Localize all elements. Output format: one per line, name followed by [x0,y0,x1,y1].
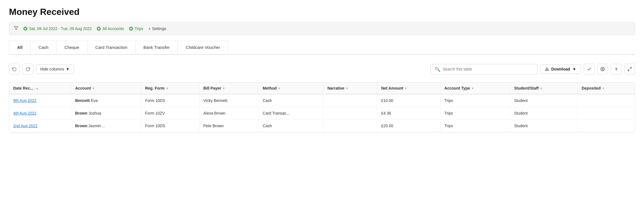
date-range-filter[interactable]: Sat, 09 Jul 2022 - Tue, 09 Aug 2022 [23,26,92,31]
cell-bill-payer-1: Alexa Brown [199,107,258,120]
cell-account-type-1: Trips [440,107,510,120]
col-reg-form[interactable]: Reg. Form ▼ [141,83,199,94]
checkmark-button[interactable] [584,64,595,74]
col-student-staff-label: Student/Staff [514,86,539,90]
col-deposited[interactable]: Deposited ▼ [578,83,635,94]
cell-reg-form-1: Form 10ZV [141,107,199,120]
account-rest-0: Eva [91,98,98,103]
toolbar: Hide columns ▼ 🔍 Download ▼ [9,60,635,78]
svg-line-7 [628,69,629,71]
settings-label: Settings [152,26,166,31]
cell-account-0: Bennett Eva [71,94,141,107]
all-accounts-filter[interactable]: All Accounts [97,26,124,31]
money-received-table: Date Rec... ↓▲ Account ▼ Reg. Form [9,83,635,132]
tab-bank-transfer[interactable]: Bank Transfer [135,41,178,54]
col-date-label: Date Rec... [13,86,33,90]
settings-button[interactable] [597,64,608,74]
svg-line-6 [630,67,631,69]
hide-columns-label: Hide columns [40,67,64,71]
help-button[interactable]: ? [611,64,622,74]
col-bill-payer[interactable]: Bill Payer ▼ [199,83,258,94]
cell-deposited-1 [578,107,635,120]
undo-button[interactable] [9,64,20,74]
tab-cash[interactable]: Cash [30,41,57,54]
account-bold-0: Bennett [75,98,90,103]
col-account-label: Account [75,86,91,90]
account-rest-1: Joshua [89,111,101,115]
cell-account-type-0: Trips [440,94,510,107]
svg-point-1 [24,28,26,29]
cell-narrative-1 [323,107,377,120]
download-label: Download [551,67,570,71]
cell-net-amount-2: £20.00 [377,120,440,132]
account-bold-1: Brown [75,111,87,115]
tab-childcare-voucher[interactable]: Childcare Voucher [177,41,228,54]
help-icon: ? [615,67,617,72]
col-date-sort-icon: ↓▲ [35,87,39,90]
date-link-1[interactable]: 4th Aug 2022 [13,111,37,115]
table-header-row: Date Rec... ↓▲ Account ▼ Reg. Form [9,83,635,94]
cell-net-amount-1: £4.36 [377,107,440,120]
download-chevron-icon: ▼ [572,67,576,71]
filter-icon [14,26,18,31]
accounts-dot [97,27,101,31]
cell-account-1: Brown Joshua [71,107,141,120]
date-link-0[interactable]: 9th Aug 2022 [13,98,37,103]
col-reg-form-sort-icon: ▼ [166,87,168,90]
search-input[interactable] [443,67,533,71]
date-dot [23,27,27,31]
col-bill-payer-sort-icon: ▼ [222,87,225,90]
cell-bill-payer-0: Vicky Bennett [199,94,258,107]
col-net-amount-sort-icon: ▼ [404,87,407,90]
col-net-amount[interactable]: Net Amount ▼ [377,83,440,94]
trips-filter[interactable]: Trips [129,26,143,31]
cell-date-0[interactable]: 9th Aug 2022 [9,94,71,107]
col-student-staff[interactable]: Student/Staff ▼ [510,83,578,94]
cell-account-type-2: Trips [440,120,510,132]
filter-bar: Sat, 09 Jul 2022 - Tue, 09 Aug 2022 All … [9,22,635,35]
redo-button[interactable] [22,64,33,74]
col-account-sort-icon: ▼ [92,87,95,90]
col-account[interactable]: Account ▼ [71,83,141,94]
page-container: Money Received Sat, 09 Jul 2022 - Tue, 0… [0,0,644,139]
hide-columns-chevron-icon: ▼ [66,67,70,71]
cell-method-0: Cash [259,94,323,107]
tabs-container: All Cash Cheque Card Transaction Bank Tr… [9,41,635,55]
col-deposited-label: Deposited [582,86,601,90]
col-date[interactable]: Date Rec... ↓▲ [9,83,71,94]
download-button[interactable]: Download ▼ [540,64,581,74]
cell-bill-payer-2: Pete Brown [199,120,258,132]
cell-date-1[interactable]: 4th Aug 2022 [9,107,71,120]
cell-reg-form-2: Form 10DS [141,120,199,132]
col-account-type[interactable]: Account Type ▼ [440,83,510,94]
cell-method-1: Card Transac... [259,107,323,120]
hide-columns-button[interactable]: Hide columns ▼ [36,64,74,74]
date-range-label: Sat, 09 Jul 2022 - Tue, 09 Aug 2022 [29,26,92,31]
search-container: 🔍 [431,64,537,74]
all-accounts-label: All Accounts [102,26,124,31]
account-bold-2: Brown [75,124,87,128]
table-row: 2nd Aug 2022 Brown Jasmin… Form 10DS Pet… [9,120,635,132]
cell-date-2[interactable]: 2nd Aug 2022 [9,120,71,132]
col-narrative-label: Narrative [327,86,344,90]
cell-narrative-2 [323,120,377,132]
tab-all[interactable]: All [9,41,31,54]
table-row: 9th Aug 2022 Bennett Eva Form 10DS Vicky… [9,94,635,107]
col-net-amount-label: Net Amount [381,86,403,90]
svg-point-2 [98,28,100,29]
trips-label: Trips [135,26,143,31]
col-narrative[interactable]: Narrative ▼ [323,83,377,94]
svg-marker-0 [14,26,18,30]
col-method-sort-icon: ▼ [278,87,281,90]
col-method[interactable]: Method ▼ [259,83,323,94]
settings-filter[interactable]: + Settings [148,26,166,31]
table-container: Date Rec... ↓▲ Account ▼ Reg. Form [9,82,635,133]
svg-point-5 [602,69,603,70]
expand-button[interactable] [624,64,635,74]
trips-dot [129,27,133,31]
date-link-2[interactable]: 2nd Aug 2022 [13,124,37,128]
tab-cheque[interactable]: Cheque [56,41,87,54]
tab-card-transaction[interactable]: Card Transaction [87,41,136,54]
table-row: 4th Aug 2022 Brown Joshua Form 10ZV Alex… [9,107,635,120]
cell-reg-form-0: Form 10DS [141,94,199,107]
